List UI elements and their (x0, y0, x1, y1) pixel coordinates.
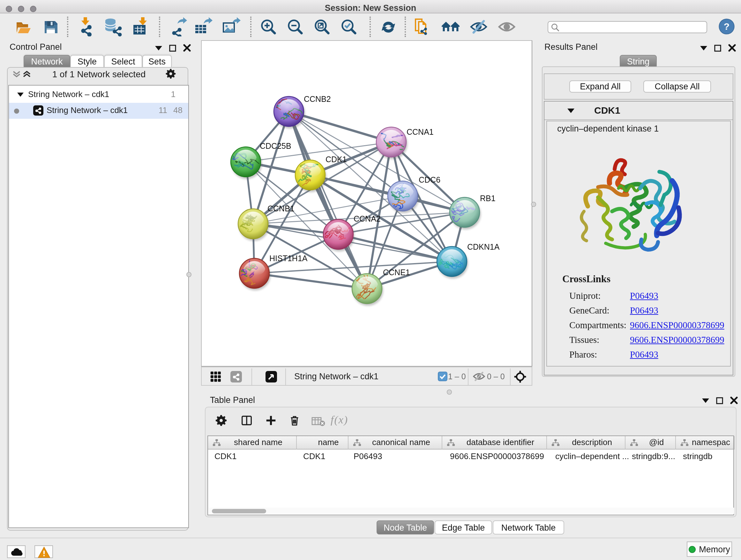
svg-text:RB1: RB1 (480, 194, 495, 203)
svg-text:HIST1H1A: HIST1H1A (269, 254, 308, 263)
svg-text:CCNB2: CCNB2 (304, 95, 331, 104)
svg-text:CCNB1: CCNB1 (267, 204, 294, 213)
svg-text:CDKN1A: CDKN1A (467, 242, 500, 251)
svg-text:CDC6: CDC6 (419, 175, 441, 184)
svg-text:CDK1: CDK1 (326, 155, 347, 164)
svg-text:CDC25B: CDC25B (260, 141, 291, 150)
svg-text:CCNE1: CCNE1 (383, 268, 410, 277)
svg-text:?: ? (724, 21, 730, 32)
svg-text:CCNA2: CCNA2 (354, 214, 381, 223)
svg-text:CCNA1: CCNA1 (407, 127, 434, 136)
